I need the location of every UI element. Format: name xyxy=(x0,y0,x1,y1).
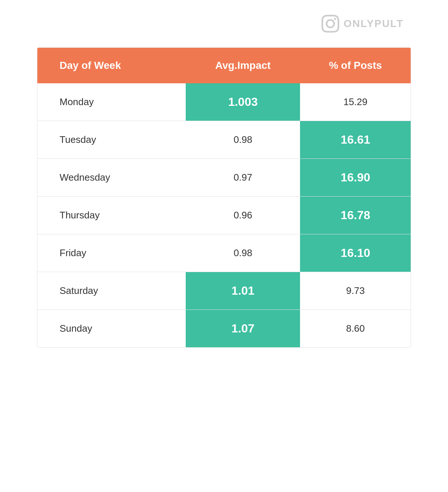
cell-impact: 0.97 xyxy=(186,159,300,197)
cell-posts: 16.78 xyxy=(300,197,411,234)
col-header-impact: Avg.Impact xyxy=(186,48,300,83)
col-header-posts: % of Posts xyxy=(300,48,411,83)
cell-impact: 1.003 xyxy=(186,83,300,121)
cell-posts: 16.10 xyxy=(300,234,411,272)
table-row: Saturday1.019.73 xyxy=(37,272,411,310)
weekly-impact-table: Day of Week Avg.Impact % of Posts Monday… xyxy=(37,48,411,347)
instagram-icon xyxy=(321,15,339,33)
brand-name-text: ONLYPULT xyxy=(344,18,404,30)
col-header-day: Day of Week xyxy=(37,48,186,83)
cell-posts: 9.73 xyxy=(300,272,411,310)
table-row: Monday1.00315.29 xyxy=(37,83,411,121)
data-table-container: Day of Week Avg.Impact % of Posts Monday… xyxy=(37,47,411,348)
cell-day: Thursday xyxy=(37,197,186,234)
table-row: Tuesday0.9816.61 xyxy=(37,121,411,159)
table-header-row: Day of Week Avg.Impact % of Posts xyxy=(37,48,411,83)
cell-impact: 0.98 xyxy=(186,234,300,272)
cell-posts: 8.60 xyxy=(300,310,411,348)
cell-day: Wednesday xyxy=(37,159,186,197)
table-row: Sunday1.078.60 xyxy=(37,310,411,348)
table-row: Wednesday0.9716.90 xyxy=(37,159,411,197)
cell-posts: 16.90 xyxy=(300,159,411,197)
brand-logo: ONLYPULT xyxy=(321,15,404,33)
cell-day: Sunday xyxy=(37,310,186,348)
table-row: Friday0.9816.10 xyxy=(37,234,411,272)
cell-impact: 1.01 xyxy=(186,272,300,310)
page-header: ONLYPULT xyxy=(37,15,411,33)
cell-day: Monday xyxy=(37,83,186,121)
cell-impact: 1.07 xyxy=(186,310,300,348)
cell-day: Tuesday xyxy=(37,121,186,159)
cell-day: Saturday xyxy=(37,272,186,310)
cell-impact: 0.96 xyxy=(186,197,300,234)
cell-posts: 15.29 xyxy=(300,83,411,121)
cell-impact: 0.98 xyxy=(186,121,300,159)
table-row: Thursday0.9616.78 xyxy=(37,197,411,234)
cell-posts: 16.61 xyxy=(300,121,411,159)
cell-day: Friday xyxy=(37,234,186,272)
